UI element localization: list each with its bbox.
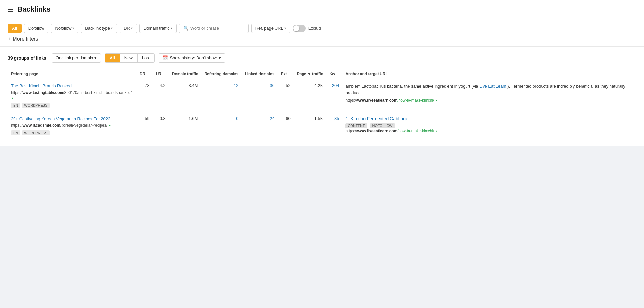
- page-traffic-value: 4.2K: [314, 83, 323, 88]
- menu-icon[interactable]: ☰: [8, 5, 14, 13]
- col-ext: Ext.: [278, 69, 294, 79]
- linked-domains-value[interactable]: 36: [270, 83, 274, 88]
- toggle-knob: [293, 25, 299, 31]
- col-dr: DR: [137, 69, 153, 79]
- referring-domains-value[interactable]: 12: [234, 83, 238, 88]
- chevron-down-icon: ▾: [131, 26, 133, 30]
- filter-nofollow-button[interactable]: Nofollow ▾: [51, 24, 78, 33]
- linked-domains-value[interactable]: 24: [270, 116, 274, 121]
- anchor-badge: NOFOLLOW: [370, 123, 395, 128]
- page-traffic-cell: 4.2K: [294, 79, 326, 112]
- linked-domains-cell: 24: [242, 112, 277, 139]
- anchor-url: https://www.liveeatlearn.com/how-to-make…: [345, 128, 633, 134]
- filter-ref-page-url-button[interactable]: Ref. page URL ▾: [251, 24, 290, 33]
- page-traffic-cell: 1.5K: [294, 112, 326, 139]
- kw-value[interactable]: 204: [332, 83, 339, 88]
- kw-cell: 204: [326, 79, 342, 112]
- ref-page-url: https://www.tastingtable.com/890170/the-…: [11, 90, 133, 101]
- referring-domains-cell: 0: [201, 112, 242, 139]
- page-title: Backlinks: [17, 5, 51, 14]
- col-anchor-target-url: Anchor and target URL: [342, 69, 636, 79]
- domain-traffic-cell: 1.6M: [169, 112, 201, 139]
- exclude-label: Exclud: [308, 26, 321, 31]
- col-kw: Kw.: [326, 69, 342, 79]
- anchor-url-domain[interactable]: www.liveeatlearn.com: [357, 129, 397, 133]
- url-domain[interactable]: www.lacademie.com: [23, 123, 60, 128]
- domain-traffic-value: 1.6M: [189, 116, 198, 121]
- calendar-icon: 📅: [163, 55, 168, 60]
- filter-dofollow-button[interactable]: Dofollow: [24, 24, 49, 33]
- domain-traffic-cell: 3.4M: [169, 79, 201, 112]
- referring-domains-cell: 12: [201, 79, 242, 112]
- chevron-down-icon: ▾: [94, 55, 97, 60]
- tab-lost[interactable]: Lost: [138, 54, 155, 62]
- ref-page-url: https://www.lacademie.com/korean-vegetar…: [11, 123, 133, 128]
- anchor-cell: ambient Lactobacillus bacteria, the same…: [342, 79, 636, 112]
- filters-row: All Dofollow Nofollow ▾ Backlink type ▾ …: [8, 24, 636, 33]
- expand-icon[interactable]: ▾: [436, 98, 437, 103]
- ur-cell: 0.8: [153, 112, 169, 139]
- anchor-url-domain[interactable]: www.liveeatlearn.com: [357, 98, 397, 103]
- expand-icon[interactable]: ▾: [436, 129, 437, 134]
- chevron-down-icon: ▾: [72, 26, 74, 30]
- chevron-down-icon: ▾: [219, 55, 221, 60]
- tab-all[interactable]: All: [105, 54, 120, 62]
- groups-count: 39 groups of links: [8, 55, 46, 61]
- ref-page-title[interactable]: 20+ Captivating Korean Vegetarian Recipe…: [11, 116, 133, 122]
- filter-dr-button[interactable]: DR ▾: [120, 24, 137, 33]
- anchor-type-badges: CONTENTNOFOLLOW: [345, 123, 633, 128]
- anchor-url: https://www.liveeatlearn.com/how-to-make…: [345, 98, 633, 103]
- kw-value[interactable]: 85: [334, 116, 339, 121]
- badge: EN: [11, 130, 20, 135]
- col-ur: UR: [153, 69, 169, 79]
- ref-page-title[interactable]: The Best Kimchi Brands Ranked: [11, 83, 133, 89]
- anchor-link[interactable]: Live Eat Learn: [479, 84, 506, 89]
- ext-cell: 60: [278, 112, 294, 139]
- col-domain-traffic: Domain traffic: [169, 69, 201, 79]
- table-controls: 39 groups of links One link per domain ▾…: [8, 53, 636, 63]
- backlinks-table: Referring page DR UR Domain traffic Refe…: [8, 69, 636, 139]
- ext-value: 60: [286, 116, 290, 121]
- filter-backlink-type-button[interactable]: Backlink type ▾: [81, 24, 117, 33]
- search-box: 🔍: [179, 24, 249, 33]
- badge: WORDPRESS: [22, 103, 50, 108]
- chevron-down-icon: ▾: [284, 26, 286, 30]
- exclude-toggle[interactable]: [293, 25, 306, 32]
- col-referring-page: Referring page: [8, 69, 137, 79]
- link-tabs: All New Lost: [105, 53, 155, 63]
- ur-cell: 4.2: [153, 79, 169, 112]
- col-page-traffic[interactable]: Page ▼ traffic: [294, 69, 326, 79]
- anchor-badges-row: 1. Kimchi (Fermented Cabbage): [345, 116, 633, 121]
- badge: EN: [11, 103, 20, 108]
- referring-domains-value[interactable]: 0: [236, 116, 238, 121]
- expand-icon[interactable]: ▾: [109, 124, 111, 128]
- plus-icon: +: [8, 36, 11, 42]
- anchor-item-link[interactable]: 1. Kimchi (Fermented Cabbage): [345, 116, 409, 121]
- badges-container: ENWORDPRESS: [11, 130, 133, 135]
- url-domain[interactable]: www.tastingtable.com: [23, 90, 63, 95]
- filters-bar: All Dofollow Nofollow ▾ Backlink type ▾ …: [0, 19, 644, 47]
- anchor-text: ambient Lactobacillus bacteria, the same…: [345, 83, 633, 96]
- anchor-badge: CONTENT: [345, 123, 367, 128]
- ur-value: 4.2: [160, 83, 166, 88]
- col-linked-domains: Linked domains: [242, 69, 277, 79]
- page-traffic-value: 1.5K: [314, 116, 323, 121]
- ext-value: 52: [286, 83, 290, 88]
- chevron-down-icon: ▾: [171, 26, 172, 30]
- col-referring-domains: Referring domains: [201, 69, 242, 79]
- expand-icon[interactable]: ▾: [12, 96, 13, 101]
- content-area: 39 groups of links One link per domain ▾…: [0, 47, 644, 146]
- tab-new[interactable]: New: [120, 54, 138, 62]
- filter-all-button[interactable]: All: [8, 24, 22, 33]
- chevron-down-icon: ▾: [111, 26, 113, 30]
- search-input[interactable]: [190, 26, 245, 31]
- show-history-button[interactable]: 📅 Show history: Don't show ▾: [159, 53, 225, 63]
- linked-domains-cell: 36: [242, 79, 277, 112]
- one-link-per-domain-dropdown[interactable]: One link per domain ▾: [52, 53, 101, 63]
- table-row: The Best Kimchi Brands Ranked https://ww…: [8, 79, 636, 112]
- dr-value: 59: [145, 116, 149, 121]
- more-filters-button[interactable]: + More filters: [8, 36, 636, 42]
- badge: WORDPRESS: [22, 130, 50, 135]
- filter-domain-traffic-button[interactable]: Domain traffic ▾: [139, 24, 177, 33]
- referring-page-cell: 20+ Captivating Korean Vegetarian Recipe…: [8, 112, 137, 139]
